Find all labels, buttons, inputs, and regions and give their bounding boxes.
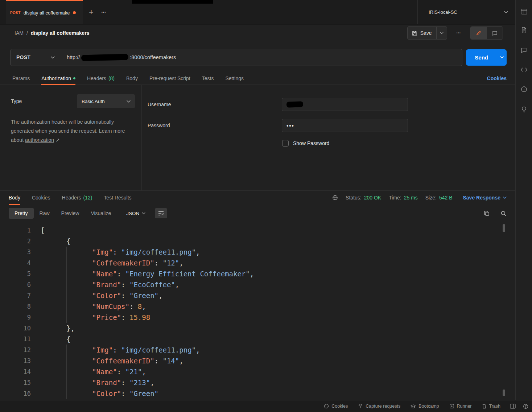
- response-meta: Status: 200 OK Time: 25 ms Size: 542 B S…: [332, 191, 507, 205]
- cookies-manager-button[interactable]: Cookies: [324, 404, 348, 409]
- line-number: 12: [0, 345, 31, 355]
- line-number: 3: [0, 247, 31, 258]
- copy-icon[interactable]: [484, 210, 490, 216]
- capture-requests-button[interactable]: Capture requests: [358, 404, 400, 409]
- tab-body[interactable]: Body: [126, 72, 138, 85]
- response-tab-body[interactable]: Body: [9, 191, 20, 205]
- breadcrumb-collection[interactable]: IAM: [15, 30, 24, 36]
- scrollbar-thumb[interactable]: [503, 224, 505, 232]
- lightbulb-icon: [521, 106, 527, 113]
- code-line: 14"Name": "21",: [0, 366, 515, 377]
- tab-title: display all coffeemake: [24, 10, 70, 16]
- tab-options-button[interactable]: •••: [102, 11, 106, 14]
- status-label: Status:: [346, 195, 362, 201]
- view-tab-visualize[interactable]: Visualize: [85, 208, 117, 219]
- username-redaction: [286, 101, 304, 108]
- external-link-arrow-icon: ↗: [55, 137, 60, 143]
- show-password-checkbox[interactable]: [282, 140, 289, 147]
- send-button[interactable]: Send: [466, 49, 507, 66]
- tab-authorization[interactable]: Authorization: [41, 72, 75, 85]
- wrap-lines-button[interactable]: [155, 208, 167, 218]
- chevron-down-icon: [127, 100, 131, 103]
- bootcamp-button[interactable]: Bootcamp: [411, 404, 439, 409]
- tab-settings[interactable]: Settings: [225, 72, 244, 85]
- tab-strip: POST display all coffeemake + ••• IRIS-l…: [0, 0, 515, 25]
- method-label: POST: [16, 54, 30, 60]
- code-snippet-button[interactable]: [521, 67, 527, 72]
- send-options-button[interactable]: [497, 49, 507, 66]
- password-value: •••: [286, 123, 294, 129]
- time-value: 25 ms: [404, 195, 418, 201]
- authorization-panel: Type Basic Auth The authorization header…: [0, 85, 515, 191]
- cookies-link[interactable]: Cookies: [487, 75, 507, 81]
- code-lines: 1[2{3"Img": "img/coffee11.png",4"Coffeem…: [0, 225, 515, 399]
- code-line: 7"Color": "Green",: [0, 290, 515, 301]
- layout-icon: [521, 9, 527, 15]
- environment-selector[interactable]: IRIS-local-SC: [417, 0, 515, 24]
- password-input[interactable]: •••: [282, 119, 408, 132]
- view-tab-raw[interactable]: Raw: [34, 208, 55, 219]
- request-tab[interactable]: POST display all coffeemake: [6, 0, 83, 24]
- save-options-button[interactable]: [436, 27, 447, 39]
- authorization-docs-link[interactable]: authorization: [25, 137, 54, 143]
- response-tab-headers[interactable]: Headers (12): [62, 191, 92, 205]
- format-value: JSON: [126, 211, 139, 216]
- send-button-label[interactable]: Send: [466, 49, 497, 66]
- environment-name: IRIS-local-SC: [429, 9, 457, 15]
- globe-icon[interactable]: [332, 195, 338, 201]
- line-number: 1: [0, 225, 31, 236]
- auth-type-dropdown[interactable]: Basic Auth: [77, 94, 135, 108]
- save-button-main[interactable]: Save: [408, 30, 436, 36]
- save-response-button[interactable]: Save Response: [463, 195, 507, 201]
- new-tab-button[interactable]: +: [89, 8, 94, 16]
- tab-tests[interactable]: Tests: [202, 72, 214, 85]
- comments-button[interactable]: [487, 27, 503, 39]
- edit-request-button[interactable]: [471, 27, 487, 39]
- save-button-label: Save: [420, 30, 432, 36]
- username-input[interactable]: [282, 98, 408, 111]
- response-tab-cookies[interactable]: Cookies: [32, 191, 50, 205]
- two-pane-icon[interactable]: [510, 404, 516, 409]
- tab-pre-request-script[interactable]: Pre-request Script: [149, 72, 190, 85]
- postman-app: POST display all coffeemake + ••• IRIS-l…: [0, 0, 532, 412]
- pull-request-hints-button[interactable]: [521, 106, 527, 113]
- request-header-row: IAM / display all coffeemakers Save: [0, 25, 515, 41]
- right-sidebar: [515, 0, 532, 400]
- method-selector[interactable]: POST: [11, 49, 60, 66]
- url-input[interactable]: http:// :8000/coffeemakers: [60, 49, 462, 66]
- scrollbar-mark[interactable]: [503, 390, 505, 396]
- pane-toggle-group: [470, 26, 503, 40]
- code-line: 13"CoffeemakerID": "14",: [0, 355, 515, 366]
- chevron-down-icon: [503, 197, 507, 199]
- response-tab-test-results[interactable]: Test Results: [104, 191, 131, 205]
- tab-params[interactable]: Params: [12, 72, 30, 85]
- trash-button[interactable]: Trash: [482, 404, 501, 409]
- auth-description: The authorization header will be automat…: [11, 118, 131, 145]
- save-button[interactable]: Save: [407, 26, 447, 40]
- layout-panes-button[interactable]: [521, 9, 527, 15]
- comments-panel-button[interactable]: [521, 47, 527, 53]
- documentation-button[interactable]: [521, 27, 527, 33]
- request-tabs: Params Authorization Headers (8) Body Pr…: [0, 72, 515, 85]
- auth-configured-dot-icon: [73, 77, 75, 79]
- view-tab-pretty[interactable]: Pretty: [9, 208, 34, 219]
- auth-type-value: Basic Auth: [82, 99, 105, 104]
- request-more-button[interactable]: •••: [457, 31, 461, 35]
- code-icon: [521, 67, 527, 72]
- response-toolbar: Pretty Raw Preview Visualize JSON: [0, 205, 515, 222]
- format-dropdown[interactable]: JSON: [126, 211, 145, 216]
- tab-headers[interactable]: Headers (8): [87, 72, 115, 85]
- graduation-cap-icon: [411, 404, 416, 409]
- help-icon[interactable]: [523, 404, 528, 409]
- response-body-viewer[interactable]: 1[2{3"Img": "img/coffee11.png",4"Coffeem…: [0, 222, 515, 400]
- chevron-down-icon: [500, 56, 504, 58]
- auth-fields-column: Username Password ••• Show Password: [142, 85, 515, 190]
- runner-button[interactable]: Runner: [449, 404, 472, 409]
- view-tab-preview[interactable]: Preview: [55, 208, 85, 219]
- info-button[interactable]: [521, 86, 527, 92]
- document-icon: [521, 27, 527, 33]
- url-prefix: http://: [67, 54, 80, 60]
- code-line: 16"Color": "Green": [0, 388, 515, 399]
- runner-icon: [449, 404, 454, 409]
- search-icon[interactable]: [500, 210, 507, 217]
